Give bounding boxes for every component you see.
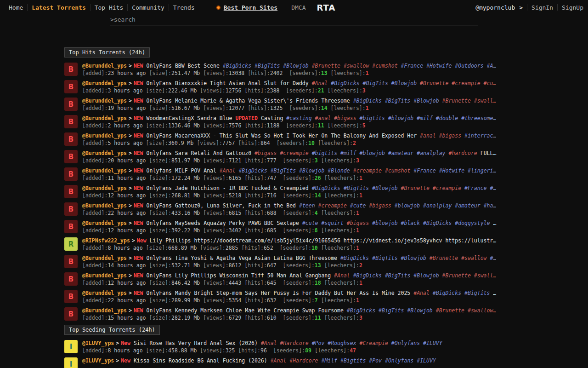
nav-item-community[interactable]: Community <box>127 4 168 11</box>
torrent-title[interactable]: New Sisi Rose Has Very Hard Anal Sex (20… <box>121 340 442 346</box>
tag[interactable]: #BigDicks <box>347 307 375 314</box>
tag[interactable]: #Creampie <box>360 340 388 346</box>
promo-link[interactable]: Best Porn Sites <box>216 4 277 11</box>
tag[interactable]: #Brunette <box>312 63 340 69</box>
tag[interactable]: #Milf <box>321 357 337 364</box>
tag[interactable]: #BigDicks <box>331 80 359 86</box>
user-avatar[interactable]: B <box>64 185 78 198</box>
nav-item-top-hits[interactable]: Top Hits <box>90 4 128 11</box>
tag[interactable]: #Hotwife <box>426 63 452 69</box>
tag[interactable]: #amateur <box>388 150 413 156</box>
tag[interactable]: #swall… <box>474 98 496 104</box>
torrent-user[interactable]: @Burunddel_yps <box>82 98 127 104</box>
tag[interactable]: #Blonde <box>328 167 350 174</box>
tag[interactable]: #cumshot <box>385 167 410 174</box>
user-avatar[interactable]: B <box>64 63 78 76</box>
user-avatar[interactable]: B <box>64 98 78 111</box>
tag[interactable]: #BigDicks <box>312 185 340 191</box>
tag[interactable]: #interrac… <box>464 132 496 139</box>
tag[interactable]: #swallow… <box>468 307 496 314</box>
tag[interactable]: #swallow <box>344 63 369 69</box>
tag[interactable]: #cumshot <box>372 63 397 69</box>
tag[interactable]: #BigDicks <box>433 290 461 296</box>
tag[interactable]: #analplay <box>417 150 445 156</box>
torrent-title[interactable]: NEW OnlyFans Tina Yoshi & Agatha Vega As… <box>134 255 496 261</box>
tag[interactable]: #bigass <box>439 132 461 139</box>
tag[interactable]: #Blowjob <box>283 63 308 69</box>
user-avatar[interactable]: B <box>64 115 78 128</box>
user-avatar[interactable]: B <box>64 290 78 303</box>
tag[interactable]: #ha… <box>484 202 497 209</box>
nav-item-home[interactable]: Home <box>5 4 27 11</box>
tag[interactable]: #Brunette <box>442 98 471 104</box>
tag[interactable]: #milf <box>417 115 433 121</box>
tag[interactable]: #BigDicks <box>353 98 382 104</box>
user-avatar[interactable]: B <box>64 307 78 321</box>
tag[interactable]: #lingeri… <box>468 167 496 174</box>
torrent-title[interactable]: NEW OnlyFans Bianxxxkie Tight Asian Anal… <box>134 80 496 86</box>
tag[interactable]: #Anal <box>220 167 236 174</box>
torrent-user[interactable]: @Burunddel_yps <box>82 80 127 86</box>
torrent-title[interactable]: NEW Onlyfans Sara Retali And Gattouz0 #b… <box>134 150 496 156</box>
tag[interactable]: #Pov <box>312 340 325 346</box>
torrent-title[interactable]: NEW OnlyFans BBW Best Scene #BigDicks #B… <box>134 63 496 69</box>
tag[interactable]: #Pov <box>369 357 382 364</box>
user-avatar[interactable]: I <box>64 357 78 368</box>
tag[interactable]: #… <box>490 185 496 191</box>
tag[interactable]: #Brunette <box>436 307 464 314</box>
tag[interactable]: #BigDicks <box>223 63 251 69</box>
tag[interactable]: #Hotwife <box>439 167 464 174</box>
tag[interactable]: #anal <box>315 115 331 121</box>
tag[interactable]: #cu… <box>484 80 497 86</box>
tag[interactable]: #creampie <box>452 80 480 86</box>
torrent-user[interactable]: @RIPNsfw222_yps <box>82 237 130 244</box>
tag[interactable]: #creampie <box>353 167 382 174</box>
tag[interactable]: #bigass <box>347 220 369 226</box>
tag[interactable]: #BigDicks <box>423 220 452 226</box>
tag[interactable]: #BigTits <box>271 167 296 174</box>
tag[interactable]: #blowjob <box>360 150 385 156</box>
torrent-title[interactable]: NEW WoodmanCastingX Sandra Blue UPDATED … <box>134 115 497 121</box>
tag[interactable]: #Hardcore <box>280 340 308 346</box>
tag[interactable]: #A… <box>487 63 497 69</box>
user-avatar[interactable]: B <box>64 132 78 146</box>
tag[interactable]: #cute <box>302 220 318 226</box>
tag[interactable]: #bigtits <box>312 150 337 156</box>
tag[interactable]: #BigTits <box>344 185 369 191</box>
signin-link[interactable]: SignIn <box>531 4 553 11</box>
torrent-title[interactable]: NEW Onlyfans MaySeeds AquaZay Perky PAWG… <box>134 220 496 226</box>
torrent-user[interactable]: @ILUVY_yps <box>82 357 114 364</box>
tag[interactable]: #swall… <box>474 272 496 279</box>
user-avatar[interactable]: B <box>64 272 78 286</box>
promo-label[interactable]: Best Porn Sites <box>224 4 277 11</box>
user-avatar[interactable]: B <box>64 150 78 163</box>
tag[interactable]: #teen <box>299 202 315 209</box>
tag[interactable]: #bigass <box>254 150 277 156</box>
user-avatar[interactable]: B <box>64 202 78 216</box>
tag[interactable]: #Blowjob <box>401 255 426 261</box>
tag[interactable]: #France <box>413 167 435 174</box>
torrent-user[interactable]: @Burunddel_yps <box>82 307 127 314</box>
tag[interactable]: #Blowjob <box>372 185 397 191</box>
tag[interactable]: #blowjob <box>395 202 420 209</box>
tag[interactable]: #ILUVY <box>423 340 442 346</box>
tag[interactable]: #blowjob <box>372 220 397 226</box>
tag[interactable]: #Brunette <box>420 80 448 86</box>
signup-link[interactable]: SignUp <box>562 4 583 11</box>
tag[interactable]: #anal <box>420 132 436 139</box>
tag[interactable]: #Bigtits <box>340 357 366 364</box>
tag[interactable]: #Anal <box>312 80 328 86</box>
tag[interactable]: #bigass <box>369 202 391 209</box>
tag[interactable]: #Anal <box>334 272 350 279</box>
user-avatar[interactable]: B <box>64 220 78 233</box>
tag[interactable]: #BigDicks <box>238 167 267 174</box>
tag[interactable]: #… <box>490 255 496 261</box>
torrent-user[interactable]: @Burunddel_yps <box>82 255 127 261</box>
tag[interactable]: #Blowjob <box>407 307 432 314</box>
tag[interactable]: #France <box>401 63 423 69</box>
torrent-title[interactable]: NEW Onlyfans MILF POV Anal #Anal #BigDic… <box>134 167 496 174</box>
tag[interactable]: #Anal <box>261 340 277 346</box>
torrent-user[interactable]: @Burunddel_yps <box>82 202 127 209</box>
tag[interactable]: #BigTits <box>464 290 490 296</box>
nav-item-trends[interactable]: Trends <box>169 4 199 11</box>
